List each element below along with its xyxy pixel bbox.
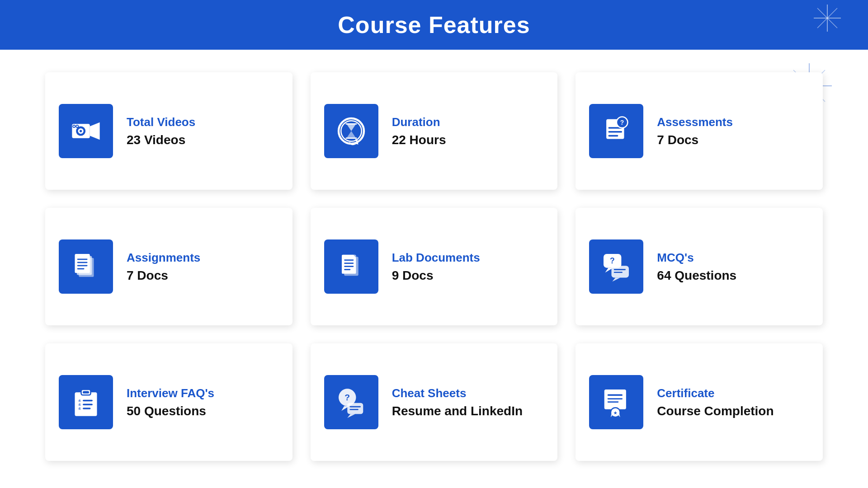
assessment-icon-box: ? (589, 104, 643, 158)
card-mcqs: ? MCQ's 64 Questions (576, 208, 823, 325)
card-cheat-sheets-title: Cheat Sheets (392, 386, 523, 400)
svg-rect-32 (75, 254, 90, 273)
card-mcqs-value: 64 Questions (657, 268, 736, 283)
card-duration: Duration 22 Hours (311, 72, 558, 190)
clipboard-icon-box (59, 375, 113, 429)
lab-icon-box (324, 239, 378, 294)
header: Course Features (0, 0, 868, 50)
svg-point-15 (76, 126, 78, 127)
card-lab-documents: Lab Documents 9 Docs (311, 208, 558, 325)
card-cheat-sheets: ? Cheat Sheets Resume and LinkedIn (311, 343, 558, 461)
svg-rect-33 (77, 259, 88, 260)
svg-rect-41 (344, 266, 354, 267)
header-star-decoration (814, 5, 841, 38)
svg-rect-55 (83, 400, 93, 402)
features-grid: Total Videos 23 Videos (45, 72, 823, 461)
card-certificate: ★ Certificate Course Completion (576, 343, 823, 461)
svg-text:?: ? (620, 119, 624, 126)
svg-rect-69 (608, 398, 623, 399)
svg-rect-68 (608, 394, 623, 396)
svg-rect-49 (614, 272, 623, 273)
svg-rect-39 (344, 259, 354, 261)
card-assessments-value: 7 Docs (657, 133, 733, 147)
card-assessments: ? Assessments 7 Docs (576, 72, 823, 190)
video-icon (70, 115, 102, 147)
card-mcqs-title: MCQ's (657, 251, 736, 265)
certificate-icon: ★ (600, 386, 632, 418)
svg-rect-36 (77, 268, 85, 270)
main-content: Total Videos 23 Videos (0, 50, 868, 488)
svg-rect-27 (609, 135, 618, 137)
svg-text:?: ? (610, 256, 615, 265)
card-duration-title: Duration (392, 115, 446, 129)
mcq-icon-box: ? (589, 239, 643, 294)
card-total-videos: Total Videos 23 Videos (45, 72, 292, 190)
assignment-icon-box (59, 239, 113, 294)
card-assignments-text: Assignments 7 Docs (127, 251, 200, 283)
svg-rect-48 (614, 269, 626, 270)
video-icon-box (59, 104, 113, 158)
clipboard-icon (70, 386, 102, 418)
svg-marker-66 (347, 414, 355, 418)
svg-marker-50 (613, 278, 621, 282)
svg-text:★: ★ (614, 411, 618, 415)
svg-rect-63 (347, 403, 363, 414)
svg-rect-35 (77, 265, 88, 267)
svg-rect-70 (608, 401, 619, 403)
card-assessments-text: Assessments 7 Docs (657, 115, 733, 147)
svg-rect-26 (609, 131, 623, 133)
card-total-videos-text: Total Videos 23 Videos (127, 115, 195, 147)
card-lab-documents-value: 9 Docs (392, 268, 480, 283)
svg-rect-57 (83, 404, 93, 406)
svg-point-11 (80, 130, 82, 132)
page-title: Course Features (338, 11, 530, 38)
clock-icon (335, 115, 367, 147)
card-certificate-text: Certificate Course Completion (657, 386, 774, 418)
card-interview-faqs: Interview FAQ's 50 Questions (45, 343, 292, 461)
card-assessments-title: Assessments (657, 115, 733, 129)
assessment-icon: ? (600, 115, 632, 147)
card-cheat-sheets-value: Resume and LinkedIn (392, 404, 523, 418)
card-lab-documents-text: Lab Documents 9 Docs (392, 251, 480, 283)
card-cheat-sheets-text: Cheat Sheets Resume and LinkedIn (392, 386, 523, 418)
svg-rect-65 (349, 409, 358, 410)
svg-rect-42 (344, 269, 350, 270)
certificate-icon-box: ★ (589, 375, 643, 429)
assignment-icon (70, 251, 102, 282)
card-lab-documents-title: Lab Documents (392, 251, 480, 265)
svg-text:?: ? (344, 393, 350, 402)
svg-point-13 (73, 126, 75, 127)
svg-rect-34 (77, 262, 88, 263)
svg-rect-64 (349, 406, 361, 408)
svg-marker-20 (346, 131, 356, 138)
card-interview-faqs-title: Interview FAQ's (127, 386, 214, 400)
svg-marker-19 (346, 124, 356, 131)
chat-icon-box: ? (324, 375, 378, 429)
card-mcqs-text: MCQ's 64 Questions (657, 251, 736, 283)
card-interview-faqs-value: 50 Questions (127, 404, 214, 418)
lab-icon (335, 251, 367, 282)
svg-rect-53 (83, 391, 89, 394)
card-total-videos-title: Total Videos (127, 115, 195, 129)
clock-icon-box (324, 104, 378, 158)
card-assignments-title: Assignments (127, 251, 200, 265)
svg-marker-16 (90, 122, 100, 140)
card-total-videos-value: 23 Videos (127, 133, 195, 147)
card-certificate-value: Course Completion (657, 404, 774, 418)
card-assignments: Assignments 7 Docs (45, 208, 292, 325)
svg-rect-40 (344, 263, 354, 264)
svg-rect-38 (342, 255, 356, 274)
card-duration-text: Duration 22 Hours (392, 115, 446, 147)
card-interview-faqs-text: Interview FAQ's 50 Questions (127, 386, 214, 418)
card-duration-value: 22 Hours (392, 133, 446, 147)
card-assignments-value: 7 Docs (127, 268, 200, 283)
mcq-icon: ? (600, 251, 632, 282)
svg-rect-59 (83, 408, 91, 409)
chat-icon: ? (335, 386, 367, 418)
card-certificate-title: Certificate (657, 386, 774, 400)
